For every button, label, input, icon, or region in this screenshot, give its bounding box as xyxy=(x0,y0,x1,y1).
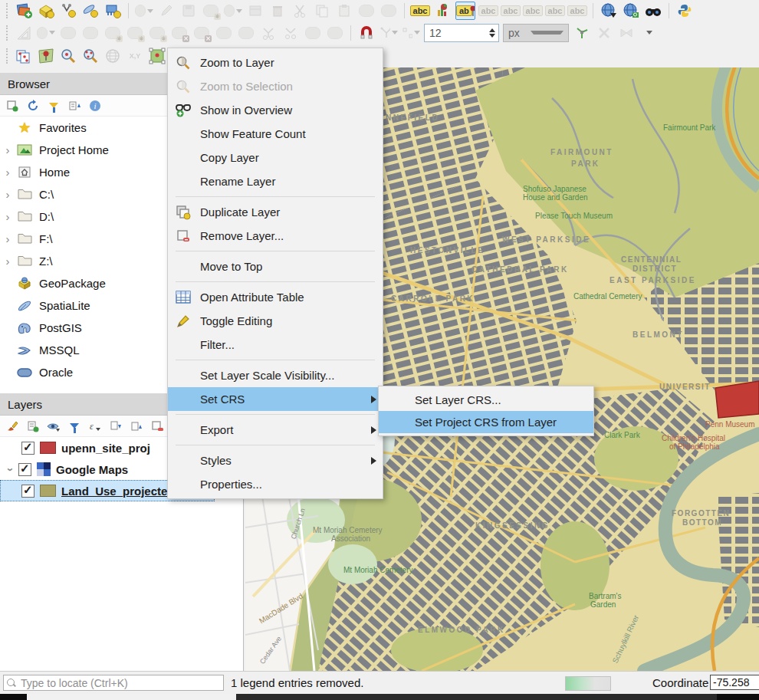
add-selected-layers-icon[interactable] xyxy=(5,100,19,112)
layer-checkbox[interactable] xyxy=(18,463,31,476)
osm-place-search-icon[interactable] xyxy=(644,2,662,19)
expand-all-icon[interactable] xyxy=(109,420,123,432)
filter-expression-icon[interactable]: ε xyxy=(88,420,102,432)
expand-chevron-icon[interactable]: › xyxy=(0,232,15,245)
expand-chevron-icon[interactable]: › xyxy=(0,255,15,268)
change-label-icon[interactable]: abc xyxy=(568,2,586,19)
snapping-options-icon[interactable] xyxy=(380,25,398,41)
rotate-point-symbols-icon[interactable] xyxy=(326,25,344,41)
layer-styling-icon[interactable] xyxy=(5,420,19,432)
rotate-feature-icon[interactable] xyxy=(59,25,77,41)
delete-ring-icon[interactable]: ✕ xyxy=(170,25,189,41)
web-globe-icon[interactable] xyxy=(104,48,122,64)
paste-features-icon[interactable] xyxy=(335,2,353,19)
layer-labeling-icon[interactable]: abc xyxy=(411,2,429,19)
new-spatialite-layer-icon[interactable] xyxy=(81,2,100,19)
simplify-feature-icon[interactable] xyxy=(81,25,100,41)
layer-checkbox[interactable] xyxy=(21,485,34,498)
topological-editing-icon[interactable] xyxy=(402,25,420,41)
toolbar-handle[interactable] xyxy=(6,48,11,64)
menu-item-duplicate-layer[interactable]: Duplicate Layer xyxy=(168,200,383,224)
spinner-arrows[interactable] xyxy=(489,28,498,38)
offset-curve-icon[interactable] xyxy=(237,25,255,41)
new-geopackage-layer-icon[interactable] xyxy=(15,2,33,19)
expand-chevron-icon[interactable]: › xyxy=(0,210,15,223)
modify-attributes-icon[interactable] xyxy=(246,2,264,19)
toolbar-handle[interactable] xyxy=(6,25,11,41)
menu-item-rename-layer[interactable]: Rename Layer xyxy=(168,169,383,193)
move-feature-icon[interactable] xyxy=(37,25,55,41)
add-ring-icon[interactable]: ✳ xyxy=(104,25,122,41)
add-feature-icon[interactable]: ✳ xyxy=(202,2,220,19)
menu-item-remove-layer[interactable]: Remove Layer... xyxy=(168,224,383,248)
layer-checkbox[interactable] xyxy=(21,442,34,455)
save-edits-icon[interactable] xyxy=(179,2,198,19)
split-parts-icon[interactable] xyxy=(281,25,300,41)
locate-input[interactable] xyxy=(3,675,224,691)
cut-features-icon[interactable] xyxy=(291,2,309,19)
menu-item-filter[interactable]: Filter... xyxy=(168,333,383,357)
menu-item-show-feature-count[interactable]: Show Feature Count xyxy=(168,122,383,146)
delete-part-icon[interactable]: ✕ xyxy=(192,25,211,41)
layer-diagram-icon[interactable] xyxy=(433,2,452,19)
new-shapefile-layer-icon[interactable] xyxy=(37,2,55,19)
tracing-icon[interactable] xyxy=(573,25,591,41)
coordinate-value-box[interactable]: -75.258 xyxy=(710,675,759,690)
split-features-icon[interactable] xyxy=(259,25,278,41)
vertex-tool-icon[interactable] xyxy=(224,2,242,19)
python-console-icon[interactable] xyxy=(675,2,694,19)
menu-item-zoom-to-selection[interactable]: Zoom to Selection xyxy=(168,74,383,98)
pin-labels-icon[interactable]: ab xyxy=(455,2,475,20)
expand-chevron-icon[interactable]: › xyxy=(0,188,15,201)
browser-filter-icon[interactable] xyxy=(47,100,61,112)
menu-item-set-crs[interactable]: Set CRS xyxy=(168,387,383,411)
layer-color-swatch[interactable] xyxy=(40,485,56,497)
rotate-label-icon[interactable]: abc xyxy=(546,2,564,19)
avoid-intersections-icon[interactable] xyxy=(595,25,613,41)
menu-item-zoom-to-layer[interactable]: Zoom to Layer xyxy=(168,51,383,74)
cad-tools-icon[interactable] xyxy=(15,25,33,41)
collapse-chevron-icon[interactable]: › xyxy=(5,462,18,477)
zoom-to-selection-toolbar-icon[interactable] xyxy=(81,48,100,64)
new-point-layer-icon[interactable] xyxy=(59,2,77,19)
remove-layer-group-icon[interactable] xyxy=(150,420,164,432)
collapse-all-layers-icon[interactable] xyxy=(130,420,143,432)
menu-item-set-layer-scale-visibility[interactable]: Set Layer Scale Visibility... xyxy=(168,363,383,387)
menu-item-show-in-overview[interactable]: Show in Overview xyxy=(168,98,383,122)
self-snapping-icon[interactable] xyxy=(617,25,636,41)
submenu-item-set-project-crs-from-layer[interactable]: Set Project CRS from Layer xyxy=(379,411,593,433)
delete-selected-icon[interactable] xyxy=(268,2,287,19)
properties-info-icon[interactable]: i xyxy=(88,100,102,112)
menu-item-move-to-top[interactable]: Move to Top xyxy=(168,255,383,278)
copy-coordinates-icon[interactable] xyxy=(15,48,33,64)
metasearch-icon[interactable] xyxy=(600,2,618,19)
spatial-bookmark-icon[interactable] xyxy=(37,48,55,64)
redo-icon[interactable] xyxy=(380,2,398,19)
add-group-icon[interactable] xyxy=(26,420,40,432)
zoom-to-bookmark-icon[interactable] xyxy=(59,48,77,64)
expand-chevron-icon[interactable]: › xyxy=(0,166,15,179)
menu-item-copy-layer[interactable]: Copy Layer xyxy=(168,146,383,169)
snapping-icon[interactable] xyxy=(357,25,376,41)
show-hidden-labels-icon[interactable]: abc xyxy=(501,2,520,19)
toggle-editing-toolbar-icon[interactable] xyxy=(157,2,176,19)
snapping-unit-select[interactable]: px xyxy=(503,24,569,42)
highlight-pinned-labels-icon[interactable]: abc xyxy=(479,2,498,19)
menu-item-styles[interactable]: Styles xyxy=(168,449,383,472)
layer-color-swatch[interactable] xyxy=(40,442,56,454)
manage-map-themes-icon[interactable] xyxy=(47,420,61,432)
reshape-features-icon[interactable] xyxy=(215,25,233,41)
current-edits-icon[interactable] xyxy=(135,2,153,19)
filter-legend-icon[interactable] xyxy=(67,420,81,432)
snapping-tolerance-spinner[interactable]: 12 xyxy=(424,24,499,42)
fill-ring-icon[interactable]: ✳ xyxy=(148,25,166,41)
menu-item-toggle-editing[interactable]: Toggle Editing xyxy=(168,309,383,333)
menu-item-export[interactable]: Export xyxy=(168,418,383,442)
expand-chevron-icon[interactable]: › xyxy=(0,143,15,156)
georeferencer-icon[interactable] xyxy=(148,48,166,64)
snapping-tolerance-value[interactable]: 12 xyxy=(425,27,489,39)
move-label-icon[interactable]: abc xyxy=(524,2,542,19)
menu-item-open-attribute-table[interactable]: Open Attribute Table xyxy=(168,285,383,309)
merge-features-icon[interactable] xyxy=(304,25,322,41)
collapse-all-icon[interactable] xyxy=(67,100,81,112)
